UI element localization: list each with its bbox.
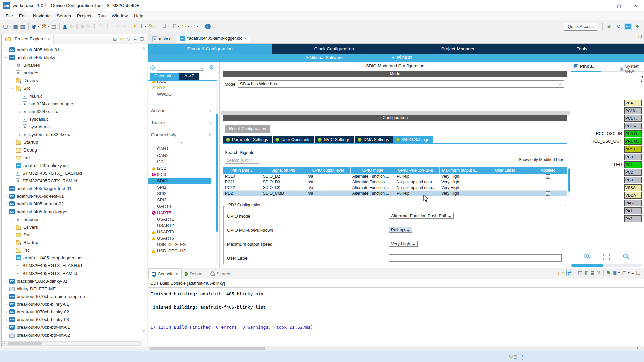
tree-item[interactable]: MXadafruit-f405-blinky.ioc: [2, 162, 142, 169]
open-console-icon[interactable]: ▣: [63, 23, 68, 29]
tree-item[interactable]: ›IDEadafruit-f405-sd-test-01: [2, 192, 142, 200]
tree-item[interactable]: ›Startup: [2, 239, 142, 246]
list-scroll-up-icon[interactable]: ▲: [148, 141, 215, 146]
debug-perspective-icon[interactable]: ❖: [633, 23, 641, 30]
info-icon[interactable]: i: [205, 24, 211, 29]
word-wrap-icon[interactable]: ≣: [591, 270, 595, 276]
peripheral-spi2[interactable]: SPI2: [148, 190, 215, 197]
table-row-pc11[interactable]: PC11SDIO_D3n/aAlternate Function ...No p…: [223, 179, 567, 185]
scrollbar-thumb[interactable]: [150, 347, 265, 350]
collapse-right-icon[interactable]: ▸: [641, 79, 643, 83]
column-header-signal-on-pin[interactable]: Signal on Pin: [261, 167, 306, 174]
open-element-icon[interactable]: ✎: [149, 23, 156, 29]
tab-pinout-configuration[interactable]: Pinout & Configuration: [148, 44, 272, 54]
pin-pa0[interactable]: PA0-..: [570, 200, 642, 206]
pin-box[interactable]: PA2: [624, 215, 642, 222]
tree-item[interactable]: ›Src: [2, 84, 142, 92]
tree-item[interactable]: ›cstm32f4xx_it.c: [2, 108, 142, 115]
close-window-button[interactable]: ✕: [627, 0, 644, 11]
open-console-dropdown-icon[interactable]: ▢: [622, 270, 629, 276]
last-edit-location-icon[interactable]: ⇊: [162, 23, 170, 29]
scroll-up-icon[interactable]: ∧: [142, 46, 146, 49]
tree-item[interactable]: ›IDEblackpill-f103c8-blinky-01: [2, 277, 142, 285]
peripheral-usart3[interactable]: USART3: [148, 229, 215, 235]
tree-item[interactable]: ldSTM32F405RGTX_RAM.ld: [2, 269, 142, 277]
menu-navigate[interactable]: Navigate: [30, 12, 54, 19]
editor-horizontal-scrollbar[interactable]: >: [148, 347, 644, 351]
tab-user-constants[interactable]: ✓User Constants: [273, 136, 314, 143]
expander-icon[interactable]: ›: [11, 63, 15, 67]
dropdown-caret-icon[interactable]: [145, 26, 147, 27]
mode-select[interactable]: SD 4 bits Wide bus: [238, 80, 564, 88]
user-label-input[interactable]: [389, 254, 562, 262]
combo-caret-icon[interactable]: [201, 68, 204, 69]
peripheral-scrollbar[interactable]: [216, 82, 218, 265]
tree-item[interactable]: ›IDEbreakout-f070cb-btn-int-01: [2, 323, 142, 331]
tree-item[interactable]: ›IDEbreakout-f070cb-blinky-02: [2, 308, 142, 316]
menu-run[interactable]: Run: [94, 12, 109, 19]
expander-icon[interactable]: ›: [11, 79, 15, 83]
peripheral-uart5[interactable]: UART5: [148, 209, 215, 216]
link-with-editor-icon[interactable]: ⇄: [120, 37, 124, 42]
console-output[interactable]: Finished building: adafruit-f405-blinky.…: [148, 288, 644, 346]
expander-icon[interactable]: ›: [11, 156, 15, 160]
collapse-all-icon[interactable]: ⊟: [113, 37, 117, 42]
zoom-in-icon[interactable]: +: [584, 254, 591, 260]
menu-help[interactable]: Help: [131, 12, 146, 19]
expander-icon[interactable]: ›: [4, 48, 8, 52]
modified-checkbox[interactable]: [546, 186, 550, 190]
new-wizard-icon[interactable]: ▢: [3, 23, 11, 29]
tab-clock-configuration[interactable]: Clock Configuration: [272, 44, 396, 54]
expander-icon[interactable]: ›: [18, 110, 22, 114]
tab-dma-settings[interactable]: ✓DMA Settings: [355, 136, 393, 143]
tab-debug[interactable]: Debug: [182, 268, 205, 279]
dropdown-caret-icon[interactable]: [197, 26, 199, 27]
tree-item[interactable]: ›IDEadafruit-f405-logger-test-01: [2, 185, 142, 192]
peripheral-usb_otg_fs[interactable]: USB_OTG_FS: [148, 241, 215, 248]
dropdown-caret-icon[interactable]: [628, 272, 630, 274]
expander-icon[interactable]: ›: [4, 318, 8, 322]
reset-configuration-button[interactable]: Reset Configuration: [225, 125, 270, 133]
pin-pc0[interactable]: PC0: [570, 154, 642, 160]
open-perspective-icon[interactable]: ⊞: [605, 23, 613, 30]
signals-search-input[interactable]: [225, 157, 259, 164]
tree-item[interactable]: ›csyscalls.c: [2, 115, 142, 123]
collapse-left-icon[interactable]: ◂: [641, 74, 643, 79]
tree-item[interactable]: ›Drivers: [2, 223, 142, 231]
pin-box[interactable]: PC0: [624, 154, 642, 160]
pin-box[interactable]: PA1: [624, 207, 642, 214]
build-icon[interactable]: ⚒: [41, 23, 49, 29]
pin-box[interactable]: VDDA: [624, 192, 642, 199]
expander-icon[interactable]: ›: [11, 225, 15, 229]
expander-icon[interactable]: ›: [4, 202, 8, 206]
table-row-pd2[interactable]: PD2SDIO_CMDn/aAlternate Function ...Pull…: [223, 191, 567, 196]
dropdown-caret-icon[interactable]: [187, 26, 189, 27]
minimize-editor-icon[interactable]: –: [634, 34, 636, 39]
dropdown-caret-icon[interactable]: [9, 26, 11, 27]
pin-pa2[interactable]: PA2: [570, 215, 642, 222]
sash-collapse-handles[interactable]: ◂ ▸: [641, 74, 643, 83]
field-select[interactable]: Pull-up: [389, 227, 412, 233]
save-all-icon[interactable]: ▦: [20, 23, 25, 29]
pin-box[interactable]: PC15-..: [624, 123, 642, 129]
tab-parameter-settings[interactable]: ✓Parameter Settings: [223, 136, 272, 143]
tree-item[interactable]: ›csystem_stm32f4xx.c: [2, 131, 142, 138]
tree-item[interactable]: ›IDEbreakout-f070cb-blinky-03: [2, 316, 142, 323]
expander-icon[interactable]: ›: [4, 210, 8, 214]
column-header-gpio-mode[interactable]: GPIO mode: [351, 167, 395, 174]
tab-system-view[interactable]: ▦ System view: [620, 64, 644, 74]
build-all-icon[interactable]: ▤: [51, 23, 56, 29]
tree-item[interactable]: ›cstm32f4xx_hal_msp.c: [2, 100, 142, 108]
tree-item[interactable]: ›IDEadafruit-f405-blinky: [2, 54, 142, 61]
field-select[interactable]: Alternate Function Push Pull: [389, 213, 454, 219]
tree-item[interactable]: MXadafruit-f405-temp-logger.ioc: [2, 254, 142, 262]
scrollbar-thumb[interactable]: [8, 342, 42, 345]
pin-box[interactable]: PC1: [624, 161, 642, 168]
menu-search[interactable]: Search: [54, 12, 74, 19]
device-configuration-perspective-icon[interactable]: MX: [624, 23, 632, 30]
peripheral-i2c2[interactable]: I2C2: [148, 165, 215, 171]
pin-vssa[interactable]: VSSA: [570, 184, 642, 191]
dropdown-caret-icon[interactable]: [154, 26, 156, 27]
tab-categories[interactable]: Categories: [150, 73, 179, 80]
show-only-modified-checkbox[interactable]: [513, 158, 517, 162]
